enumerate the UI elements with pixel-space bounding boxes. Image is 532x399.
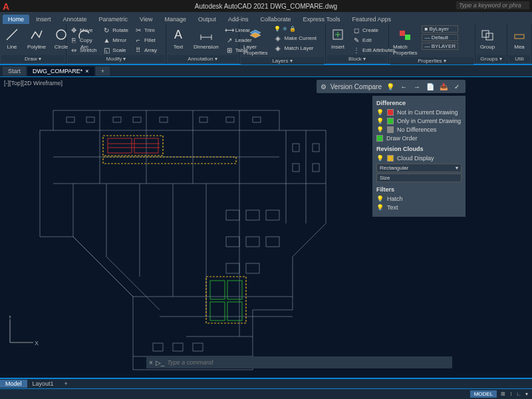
panel-groups[interactable]: Groups ▾ [477,55,505,63]
gray-swatch[interactable] [387,126,394,133]
model-tab[interactable]: Model [0,380,27,388]
svg-rect-39 [253,117,261,122]
text-button[interactable]: AText [168,25,189,51]
tab-insert[interactable]: Insert [31,15,57,24]
panel-properties[interactable]: Properties ▾ [390,57,473,65]
command-input[interactable] [167,359,450,366]
group-button[interactable]: Group [477,25,498,51]
new-tab-button[interactable]: + [96,66,110,76]
more-icon[interactable]: ▾ [525,391,528,397]
tab-view[interactable]: View [134,15,158,24]
svg-rect-8 [400,31,405,36]
polyline-button[interactable]: Polyline [25,25,49,51]
svg-rect-42 [313,144,319,152]
copy-button[interactable]: ⎘Copy [68,35,98,45]
red-swatch[interactable] [387,109,394,116]
stretch-button[interactable]: ⇔Stretch [68,45,98,55]
svg-rect-38 [226,117,234,122]
tab-annotate[interactable]: Annotate [58,15,92,24]
add-layout-button[interactable]: + [59,380,73,388]
tab-featured[interactable]: Featured Apps [346,15,396,24]
panel-block[interactable]: Block ▾ [327,55,387,63]
ortho-icon[interactable]: ∟ [516,391,521,397]
import-icon[interactable]: 📥 [439,82,448,91]
tab-manage[interactable]: Manage [159,15,192,24]
view-control[interactable]: [-][Top][2D Wireframe] [4,80,63,86]
trim-button[interactable]: ✂Trim [132,25,159,35]
vc-settings-icon[interactable]: ⚙ [321,83,327,90]
match-layer-button[interactable]: ◈Match Layer [272,43,318,53]
status-bar: MODEL ⊞ ⫶ ∟ ▾ [0,388,532,399]
yellow-swatch[interactable] [387,155,394,162]
bulb-icon[interactable]: 💡 [376,204,384,211]
svg-rect-33 [86,117,94,122]
drawing-canvas[interactable]: [-][Top][2D Wireframe] [0,77,532,379]
cloud-size-input[interactable]: Size [376,174,462,182]
tab-output[interactable]: Output [193,15,221,24]
next-diff-icon[interactable]: → [412,82,422,91]
bulb-icon[interactable]: 💡 [376,109,384,116]
color-dropdown[interactable]: ■ ByLayer [422,25,458,33]
tab-express[interactable]: Express Tools [298,15,346,24]
bulb-icon[interactable]: 💡 [376,196,384,202]
export-icon[interactable]: 📄 [426,82,435,91]
grid-icon[interactable]: ⊞ [501,391,505,397]
cloud-display-label: Cloud Display [397,155,434,162]
bulb-icon[interactable]: 💡 [376,126,384,133]
insert-button[interactable]: Insert [327,25,348,51]
start-tab[interactable]: Start [3,66,26,76]
hatch-filter[interactable]: Hatch [387,196,403,202]
panel-utilities[interactable]: Utili [509,55,530,63]
done-icon[interactable]: ✓ [452,82,462,91]
keyword-search[interactable]: Type a keyword or phra [456,1,529,9]
tab-addins[interactable]: Add-ins [223,15,254,24]
tab-collaborate[interactable]: Collaborate [255,15,297,24]
make-current-button[interactable]: ◈Make Current [272,33,318,43]
measure-button[interactable]: Mea [509,25,530,51]
diff-heading: Difference [376,100,462,106]
svg-line-0 [7,29,17,40]
fillet-button[interactable]: ⌐Fillet [132,35,159,45]
bulb-icon[interactable]: 💡 [376,118,384,124]
green-swatch[interactable] [387,118,394,124]
line-button[interactable]: Line [1,25,23,51]
snap-icon[interactable]: ⫶ [509,391,512,397]
version-compare-toolbar: ⚙ Version Compare 💡 ← → 📄 📥 ✓ [317,80,466,93]
text-filter[interactable]: Text [387,204,398,211]
file-tab[interactable]: DWG_COMPARE*× [27,66,94,76]
layer-properties-button[interactable]: Layer Properties [241,25,270,57]
bulb-icon[interactable]: 💡 [376,155,384,162]
tab-parametric[interactable]: Parametric [94,15,134,24]
rotate-button[interactable]: ↻Rotate [100,25,130,35]
cloud-shape-dropdown[interactable]: Rectangular▾ [376,164,462,172]
panel-annotation[interactable]: Annotation ▾ [168,55,237,63]
green-swatch[interactable] [376,135,383,142]
app-logo: A [3,1,9,12]
command-line[interactable]: × ▷_ [146,356,452,368]
match-properties-button[interactable]: Match Properties [390,25,420,57]
close-icon[interactable]: × [149,359,153,366]
scale-button[interactable]: ◱Scale [100,45,130,55]
layout1-tab[interactable]: Layout1 [27,380,59,388]
prev-diff-icon[interactable]: ← [399,82,408,91]
tab-home[interactable]: Home [3,15,29,24]
linetype-dropdown[interactable]: — BYLAYER [422,43,458,50]
svg-rect-47 [226,237,239,247]
ribbon-tabs: Home Insert Annotate Parametric View Man… [0,12,532,24]
svg-rect-49 [266,237,279,247]
panel-draw[interactable]: Draw ▾ [1,55,65,63]
layer-icons[interactable]: 💡❄🔒 [272,25,318,33]
lineweight-dropdown[interactable]: — Default [422,34,458,41]
mirror-button[interactable]: ▲Mirror [100,35,130,45]
array-button[interactable]: ⠿Array [132,45,159,55]
revision-clouds-heading: Revision Clouds [376,146,462,152]
modelspace-button[interactable]: MODEL [470,390,497,398]
svg-rect-36 [160,117,168,122]
close-icon[interactable]: × [85,68,88,74]
panel-layers[interactable]: Layers ▾ [241,57,324,65]
svg-rect-48 [246,237,259,247]
panel-modify[interactable]: Modify ▾ [68,55,164,63]
dimension-button[interactable]: Dimension [191,25,221,51]
move-button[interactable]: ✥Move [68,25,98,35]
bulb-icon[interactable]: 💡 [386,82,395,91]
